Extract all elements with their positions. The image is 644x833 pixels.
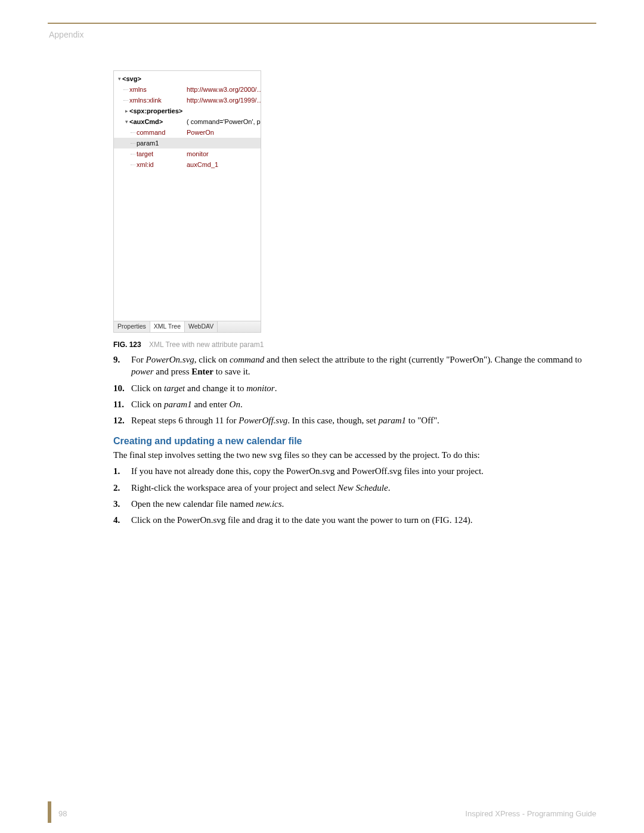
list-item: 11.Click on param1 and enter On.	[113, 398, 596, 410]
tree-key: target	[137, 150, 153, 157]
section-intro: The final step involves setting the two …	[113, 450, 596, 460]
tree-connector-icon	[131, 143, 135, 144]
list-item-text: For PowerOn.svg, click on command and th…	[131, 354, 596, 378]
figure-caption: FIG. 123 XML Tree with new attribute par…	[113, 340, 596, 349]
list-item-text: Repeat steps 6 through 11 for PowerOff.s…	[131, 414, 596, 426]
list-item-text: If you have not already done this, copy …	[131, 465, 596, 477]
tree-connector-icon	[131, 132, 135, 133]
tab-properties[interactable]: Properties	[114, 321, 150, 332]
tree-row[interactable]: xml:id auxCmd_1	[114, 159, 261, 170]
figure-number: FIG. 123	[113, 340, 141, 349]
panel-tabs: Properties XML Tree WebDAV	[114, 321, 261, 332]
tree-value: auxCmd_1	[187, 161, 218, 168]
chevron-down-icon[interactable]: ▾	[116, 76, 122, 82]
tree-row[interactable]: xmlns:xlink http://www.w3.org/1999/…	[114, 95, 261, 106]
tree-value: ( command='PowerOn', p …	[187, 118, 261, 125]
list-item-text: Click on the PowerOn.svg file and drag i…	[131, 514, 596, 526]
tree-value: http://www.w3.org/1999/…	[187, 97, 261, 104]
list-item-number: 11.	[113, 398, 131, 410]
tree-key: <spx:properties>	[129, 107, 182, 114]
list-item-text: Click on param1 and enter On.	[131, 398, 596, 410]
footer-accent	[48, 801, 51, 823]
header-section-label: Appendix	[49, 30, 596, 39]
list-item-text: Right-click the workspace area of your p…	[131, 482, 596, 494]
list-item-number: 9.	[113, 354, 131, 378]
tree-row[interactable]: command PowerOn	[114, 127, 261, 138]
tree-key: xml:id	[137, 161, 154, 168]
list-item-number: 4.	[113, 514, 131, 526]
xml-tree: ▾ <svg> xmlns http://www.w3.org/2000/	[114, 71, 261, 321]
tree-key: <auxCmd>	[129, 118, 163, 125]
tree-root[interactable]: ▾ <svg>	[114, 73, 261, 84]
tree-connector-icon	[123, 100, 128, 101]
xml-tree-panel: ▾ <svg> xmlns http://www.w3.org/2000/	[113, 70, 261, 333]
tree-key: command	[137, 129, 165, 136]
list-item: 2.Right-click the workspace area of your…	[113, 482, 596, 494]
tree-key: <svg>	[122, 75, 141, 82]
instruction-list: 9.For PowerOn.svg, click on command and …	[113, 354, 596, 426]
instruction-list: 1.If you have not already done this, cop…	[113, 465, 596, 526]
list-item-number: 10.	[113, 382, 131, 394]
tree-row[interactable]: xmlns http://www.w3.org/2000/…	[114, 84, 261, 95]
tree-key: xmlns:xlink	[129, 97, 162, 104]
tree-row[interactable]: target monitor	[114, 148, 261, 159]
figure-caption-text: XML Tree with new attribute param1	[149, 340, 264, 349]
tree-connector-icon	[131, 165, 135, 165]
list-item: 10.Click on target and change it to moni…	[113, 382, 596, 394]
top-rule	[48, 23, 596, 24]
tree-value: monitor	[187, 150, 209, 157]
list-item-number: 12.	[113, 414, 131, 426]
list-item: 12.Repeat steps 6 through 11 for PowerOf…	[113, 414, 596, 426]
chevron-down-icon[interactable]: ▾	[123, 119, 129, 125]
list-item: 4.Click on the PowerOn.svg file and drag…	[113, 514, 596, 526]
list-item-number: 3.	[113, 498, 131, 510]
list-item-number: 1.	[113, 465, 131, 477]
chevron-right-icon[interactable]: ▸	[123, 108, 129, 114]
list-item: 3.Open the new calendar file named new.i…	[113, 498, 596, 510]
list-item-text: Click on target and change it to monitor…	[131, 382, 596, 394]
page-number: 98	[58, 809, 67, 818]
tree-row-selected[interactable]: param1	[114, 138, 261, 148]
tree-row[interactable]: ▾ <auxCmd> ( command='PowerOn', p …	[114, 116, 261, 127]
tree-value: http://www.w3.org/2000/…	[187, 86, 261, 93]
tree-connector-icon	[123, 89, 128, 90]
list-item-text: Open the new calendar file named new.ics…	[131, 498, 596, 510]
tree-row[interactable]: ▸ <spx:properties>	[114, 106, 261, 116]
tab-webdav[interactable]: WebDAV	[185, 321, 218, 332]
footer-title: Inspired XPress - Programming Guide	[465, 809, 596, 818]
tree-connector-icon	[131, 154, 135, 154]
tab-xml-tree[interactable]: XML Tree	[150, 321, 185, 332]
tree-value: PowerOn	[187, 129, 214, 136]
section-heading: Creating and updating a new calendar fil…	[113, 436, 596, 447]
list-item-number: 2.	[113, 482, 131, 494]
tree-key: xmlns	[129, 86, 147, 93]
list-item: 9.For PowerOn.svg, click on command and …	[113, 354, 596, 378]
tree-key: param1	[137, 140, 159, 147]
list-item: 1.If you have not already done this, cop…	[113, 465, 596, 477]
